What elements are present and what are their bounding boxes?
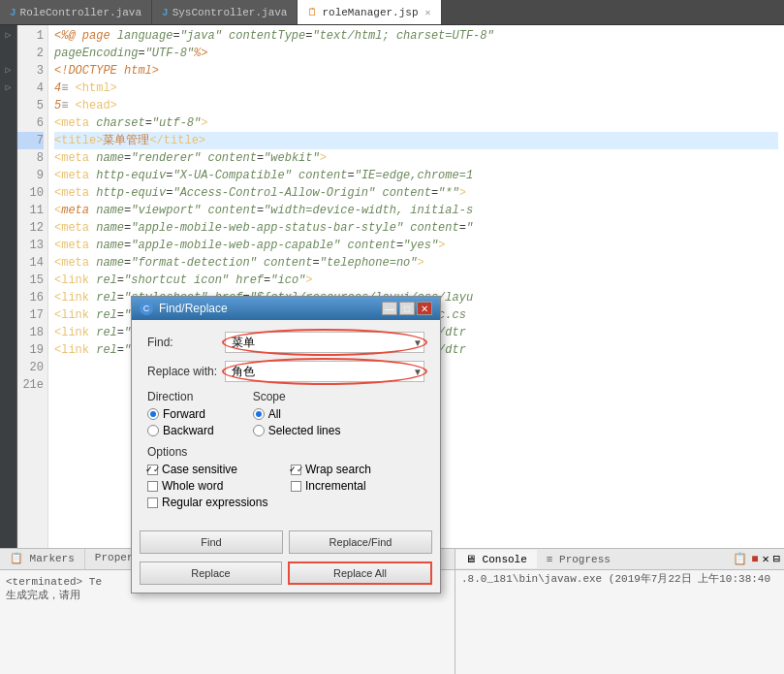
dialog-body: Find: ▼ Replace with: ▼ — [132, 320, 440, 527]
options-section: Options ✓ Case sensitive ✓ Wrap search — [147, 445, 424, 509]
tab-markers-label: Markers — [30, 553, 75, 564]
radio-all[interactable]: All — [253, 407, 341, 421]
checkbox-whole-word[interactable]: Whole word — [147, 479, 281, 493]
scope-radio-group: All Selected lines — [253, 407, 341, 437]
progress-icon: ≡ — [547, 554, 553, 565]
code-line-8: <meta name="renderer" content="webkit"> — [54, 149, 778, 167]
dialog-title: Find/Replace — [159, 302, 228, 315]
checkbox-incremental-label: Incremental — [305, 479, 366, 493]
find-label: Find: — [147, 336, 225, 349]
replace-dropdown-arrow[interactable]: ▼ — [413, 367, 423, 377]
minimize-button[interactable]: — — [382, 302, 397, 315]
checkbox-whole-word-label: Whole word — [162, 479, 223, 493]
replace-input[interactable] — [225, 361, 424, 382]
checkbox-incremental[interactable]: Incremental — [291, 479, 424, 493]
code-line-9: <meta http-equiv="X-UA-Compatible" conte… — [54, 167, 778, 184]
tab-label-rolemanager: roleManager.jsp — [322, 7, 418, 18]
radio-selected-lines[interactable]: Selected lines — [253, 424, 341, 437]
close-button[interactable]: ✕ — [417, 302, 432, 315]
radio-forward[interactable]: Forward — [147, 407, 214, 421]
find-input-wrap: ▼ — [225, 332, 424, 353]
code-line-6: <meta charset="utf-8"> — [54, 114, 778, 132]
radio-forward-dot — [147, 408, 159, 420]
java-icon: J — [10, 7, 16, 18]
find-row: Find: ▼ — [147, 332, 424, 353]
find-replace-dialog[interactable]: C Find/Replace — □ ✕ Find: ▼ — [131, 296, 441, 594]
editor-container: J RoleController.java J SysController.ja… — [0, 0, 784, 674]
radio-selected-lines-label: Selected lines — [268, 424, 341, 437]
replace-input-wrap: ▼ — [225, 361, 424, 382]
fold-icon2[interactable]: ▷ — [5, 62, 11, 80]
console-content: .8.0_181\bin\javaw.exe (2019年7月22日 上午10:… — [455, 570, 784, 589]
dialog-app-icon: C — [140, 302, 153, 315]
checkbox-regex[interactable]: Regular expressions — [147, 496, 281, 509]
console-toolbar-icon3[interactable]: ✕ — [763, 552, 769, 566]
console-icon: 🖥 — [465, 554, 476, 565]
checkbox-grid: ✓ Case sensitive ✓ Wrap search Whole wor… — [147, 463, 424, 509]
code-line-10: <meta http-equiv="Access-Control-Allow-O… — [54, 184, 778, 202]
radio-backward[interactable]: Backward — [147, 424, 214, 437]
tab-console[interactable]: 🖥 Console — [455, 550, 537, 568]
code-line-3: <!DOCTYPE html> — [54, 62, 778, 80]
progress-label: Progress — [559, 554, 611, 565]
replace-find-button[interactable]: Replace/Find — [289, 530, 432, 554]
console-text-content: .8.0_181\bin\javaw.exe (2019年7月22日 上午10:… — [461, 573, 770, 585]
replace-row: Replace with: ▼ — [147, 361, 424, 382]
console-toolbar-icon2[interactable]: ■ — [751, 553, 758, 566]
tab-markers[interactable]: 📋 Markers — [0, 549, 85, 569]
checkbox-case-sensitive[interactable]: ✓ Case sensitive — [147, 463, 281, 476]
tab-close-rolemanager[interactable]: ✕ — [425, 7, 431, 18]
direction-scope-section: Direction Forward Backward — [147, 390, 424, 445]
code-line-4: 4≡ <html> — [54, 80, 778, 97]
find-input[interactable] — [225, 332, 424, 353]
code-line-15: <link rel="shortcut icon" href="ico"> — [54, 272, 778, 289]
maximize-button[interactable]: □ — [399, 302, 415, 315]
replace-button[interactable]: Replace — [140, 562, 282, 585]
tab-label-rolecontroller: RoleController.java — [20, 7, 141, 18]
code-line-2: pageEncoding="UTF-8"%> — [54, 45, 778, 62]
tab-rolecontroller[interactable]: J RoleController.java — [0, 0, 152, 24]
options-title: Options — [147, 445, 424, 459]
replace-all-button[interactable]: Replace All — [288, 562, 432, 585]
direction-title: Direction — [147, 390, 214, 403]
checkbox-incremental-box — [291, 481, 301, 492]
direction-radio-group: Forward Backward — [147, 407, 214, 437]
console-toolbar-icon1[interactable]: 📋 — [733, 552, 747, 566]
console-toolbar-icon4[interactable]: ⊟ — [773, 552, 780, 566]
dialog-footer: Find Replace/Find — [132, 527, 440, 562]
checkbox-wrap-search[interactable]: ✓ Wrap search — [291, 463, 424, 476]
replace-label: Replace with: — [147, 365, 225, 378]
tab-syscontroller[interactable]: J SysController.java — [152, 0, 298, 24]
code-line-11: <meta name="viewport" content="width=dev… — [54, 202, 778, 219]
checkbox-regex-box — [147, 497, 158, 508]
dialog-window-controls: — □ ✕ — [382, 302, 432, 315]
console-panel: 🖥 Console ≡ Progress 📋 ■ ✕ ⊟ .8.0_181\bi… — [455, 549, 784, 674]
radio-backward-dot — [147, 425, 159, 436]
checkbox-wrap-search-label: Wrap search — [305, 463, 371, 476]
direction-section: Direction Forward Backward — [147, 390, 214, 437]
code-line-12: <meta name="apple-mobile-web-app-status-… — [54, 219, 778, 237]
code-line-1: <%@ page language="java" contentType="te… — [54, 27, 778, 45]
dialog-titlebar: C Find/Replace — □ ✕ — [132, 297, 440, 320]
radio-forward-label: Forward — [163, 407, 205, 421]
scope-section: Scope All Selected lines — [253, 390, 341, 437]
tab-progress[interactable]: ≡ Progress — [537, 551, 620, 568]
radio-selected-lines-dot — [253, 425, 265, 436]
checkbox-wrap-search-box: ✓ — [291, 465, 301, 475]
radio-backward-label: Backward — [163, 424, 214, 437]
fold-icon[interactable]: ▷ — [5, 27, 11, 45]
find-button[interactable]: Find — [140, 530, 283, 554]
code-line-14: <meta name="format-detection" content="t… — [54, 254, 778, 272]
code-line-13: <meta name="apple-mobile-web-app-capable… — [54, 237, 778, 254]
tab-rolemanager[interactable]: 🗒 roleManager.jsp ✕ — [298, 0, 441, 24]
tab-label-syscontroller: SysController.java — [172, 7, 288, 18]
console-label: Console — [483, 554, 527, 565]
fold-icon3[interactable]: ▷ — [5, 80, 11, 97]
dialog-title-area: C Find/Replace — [140, 302, 228, 315]
checkbox-case-sensitive-label: Case sensitive — [162, 463, 237, 476]
checkbox-regex-label: Regular expressions — [162, 496, 267, 509]
java-icon2: J — [162, 7, 169, 18]
find-dropdown-arrow[interactable]: ▼ — [413, 337, 423, 348]
code-line-5: 5≡ <head> — [54, 97, 778, 114]
code-line-7: <title>菜单管理</title> — [54, 132, 778, 149]
